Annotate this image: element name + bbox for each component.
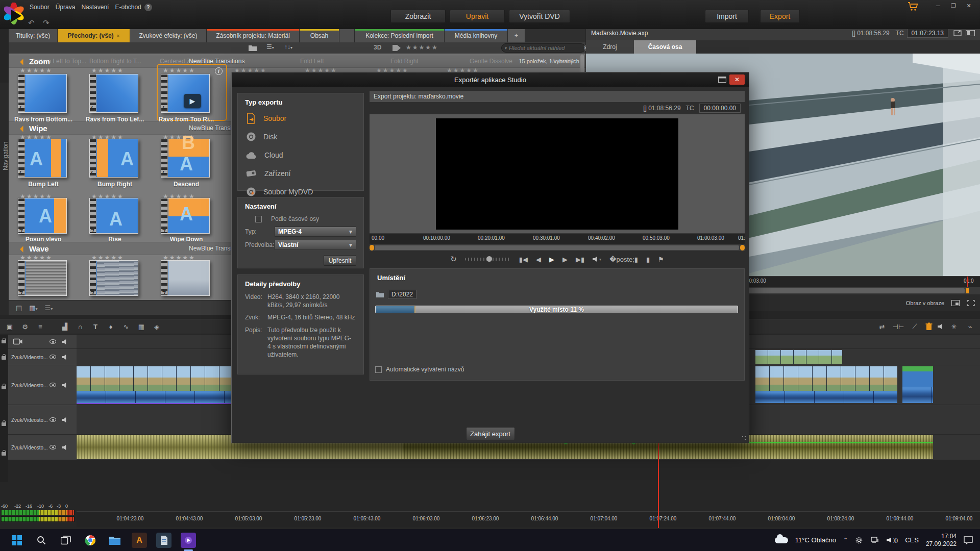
help-icon[interactable]: ?: [144, 4, 152, 11]
mark-out-icon[interactable]: ▮: [646, 256, 650, 263]
collapse-arrow-icon[interactable]: [20, 59, 27, 65]
mute-speaker-icon[interactable]: [938, 324, 943, 329]
clip-green[interactable]: [902, 366, 933, 403]
audio-mixer-icon[interactable]: ≡: [35, 322, 46, 331]
loop-icon[interactable]: ↻: [450, 255, 457, 264]
type-dropdown[interactable]: MPEG-4▼: [275, 227, 356, 237]
thumbnails-stack-icon[interactable]: ▤: [16, 304, 22, 312]
track-header-overlay[interactable]: [8, 335, 77, 349]
preview-playhead[interactable]: [967, 277, 968, 288]
timeline-ruler[interactable]: 01:04:23.00 01:04:43.00 01:05:03.00 01:0…: [77, 511, 980, 527]
undo-icon[interactable]: ↶: [28, 18, 35, 28]
fullscreen-icon[interactable]: [967, 300, 975, 306]
timeline-settings-icon[interactable]: ⚙: [19, 322, 31, 331]
go-start-icon[interactable]: ▮◀: [519, 256, 528, 263]
app-a-icon[interactable]: A: [132, 533, 147, 548]
speaker-icon[interactable]: [62, 339, 67, 344]
volume-tray-icon[interactable]: ))): [887, 538, 898, 543]
snap-icon[interactable]: ✳: [948, 322, 960, 331]
eye-icon[interactable]: [50, 383, 56, 387]
undock-preview-icon[interactable]: [953, 30, 962, 36]
meet-now-icon[interactable]: [855, 537, 864, 544]
info-icon[interactable]: i: [215, 67, 223, 75]
tab-upravit[interactable]: Upravit: [450, 10, 505, 23]
export-type-soubor[interactable]: Soubor: [238, 109, 363, 128]
search-button[interactable]: [34, 533, 49, 548]
start-export-button[interactable]: Zahájit export: [466, 427, 515, 440]
dialog-close-button[interactable]: ✕: [729, 74, 745, 85]
export-path[interactable]: D:\2022: [388, 290, 416, 299]
dialog-restore-icon[interactable]: [718, 77, 726, 83]
tab-zdroj[interactable]: Zdroj: [586, 40, 634, 54]
trash-icon[interactable]: [925, 322, 933, 331]
collapse-arrow-icon[interactable]: [20, 126, 27, 132]
app-doc-icon[interactable]: [156, 533, 172, 548]
grid-icon[interactable]: ▦: [136, 322, 147, 331]
tab-media-knihovny[interactable]: Média knihovny: [445, 29, 508, 42]
search-input[interactable]: [507, 45, 584, 51]
menu-eobchod[interactable]: E-obchod: [112, 2, 144, 12]
tab-prechody[interactable]: Přechody: (vše)×: [58, 29, 130, 42]
play-icon[interactable]: ▶: [549, 256, 554, 263]
eye-icon[interactable]: [50, 355, 56, 359]
clock-time[interactable]: 17:04: [926, 533, 957, 540]
timecode-value[interactable]: 01:07:23.13: [907, 29, 948, 38]
menu-nastaveni[interactable]: Nastavení: [78, 2, 112, 12]
mark-in-icon[interactable]: �poste;▮: [609, 256, 638, 263]
shop-cart-icon[interactable]: [908, 2, 919, 11]
export-button[interactable]: Export: [760, 10, 800, 23]
lock-icon[interactable]: [2, 452, 6, 456]
dialog-resize-grip[interactable]: [741, 435, 747, 441]
import-button[interactable]: Import: [705, 10, 749, 23]
folder-icon[interactable]: [376, 291, 384, 297]
auto-naming-checkbox[interactable]: [375, 366, 382, 373]
trim-handle-right[interactable]: [740, 245, 745, 251]
window-close-button[interactable]: ✕: [962, 1, 976, 10]
dual-view-icon[interactable]: [966, 30, 975, 36]
menu-soubor[interactable]: Soubor: [27, 2, 53, 12]
export-type-disk[interactable]: Disk: [238, 128, 363, 146]
preset-dropdown[interactable]: Vlastní▼: [275, 240, 356, 250]
3d-filter-label[interactable]: 3D: [374, 44, 381, 51]
clip-thumbnails[interactable]: [755, 350, 842, 364]
tab-zvukove-efekty[interactable]: Zvukové efekty: (vše): [130, 29, 207, 42]
notification-icon[interactable]: [964, 536, 973, 544]
shuttle-slider[interactable]: [465, 258, 511, 261]
trim-handle-left[interactable]: [370, 245, 374, 251]
rating-filter-stars[interactable]: ★★★★★: [406, 44, 438, 51]
eye-icon[interactable]: [50, 339, 56, 344]
eye-icon[interactable]: [50, 445, 56, 449]
tag-icon[interactable]: [393, 45, 401, 51]
view-list-icon[interactable]: ☰▾: [266, 43, 274, 51]
export-type-zarizeni[interactable]: Zařízení: [238, 164, 363, 183]
play-preview-icon[interactable]: ▶: [184, 94, 201, 108]
tab-kolekce[interactable]: Kolekce: Poslední import: [355, 29, 445, 42]
export-preview-video[interactable]: [436, 118, 678, 230]
add-tab-icon[interactable]: +: [508, 29, 525, 42]
speaker-icon[interactable]: [62, 445, 67, 450]
chrome-icon[interactable]: [83, 533, 98, 548]
collapse-arrow-icon[interactable]: [20, 246, 27, 253]
trim-mode-icon[interactable]: ⊣⊢: [893, 322, 904, 331]
lock-icon[interactable]: [2, 422, 6, 426]
speaker-icon[interactable]: [62, 383, 67, 388]
clip-audio[interactable]: [755, 391, 897, 403]
pip-icon[interactable]: [951, 300, 960, 306]
timeline-playhead[interactable]: [658, 435, 659, 528]
list-view-icon[interactable]: ☰▾: [45, 304, 53, 312]
volume-icon[interactable]: ▾: [593, 257, 601, 262]
tray-chevron-icon[interactable]: ⌃: [843, 537, 848, 543]
window-minimize-button[interactable]: ─: [931, 1, 945, 10]
magnet-icon[interactable]: ∩: [75, 322, 86, 331]
close-tab-icon[interactable]: ×: [117, 33, 120, 39]
tag-icon[interactable]: ◈: [151, 322, 162, 331]
clip-thumbnails[interactable]: [77, 366, 232, 391]
advanced-button[interactable]: Upřesnit: [324, 255, 356, 266]
step-back-icon[interactable]: ◀: [536, 256, 541, 263]
task-view-button[interactable]: [58, 533, 74, 548]
group-header-zoom[interactable]: Bottom Left to Top... Bottom Right to T.…: [9, 55, 585, 68]
network-icon[interactable]: [871, 537, 879, 543]
tab-zobrazit[interactable]: Zobrazit: [390, 10, 446, 23]
timecode-value[interactable]: 00:00:00.00: [699, 104, 741, 113]
eye-icon[interactable]: [50, 417, 56, 422]
